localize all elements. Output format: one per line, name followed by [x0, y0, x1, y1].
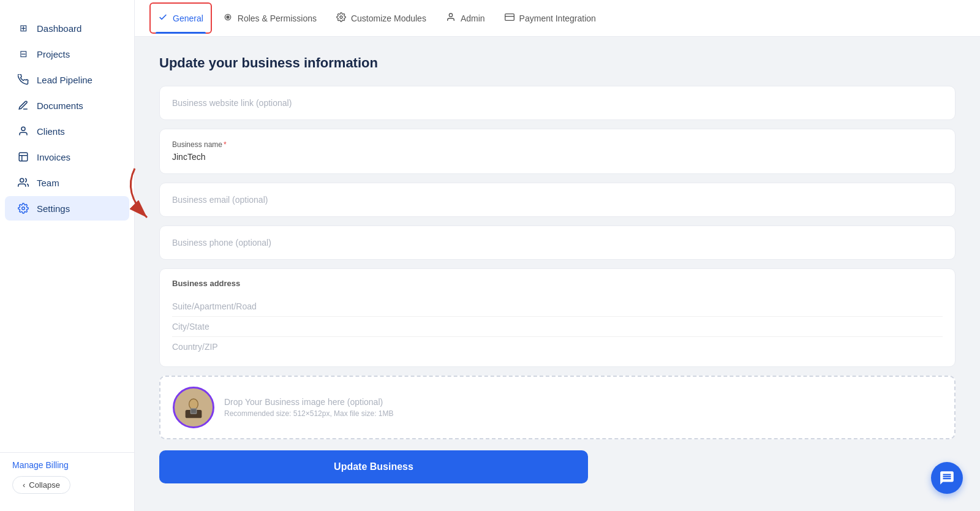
sidebar-item-label: Team — [37, 178, 59, 188]
sidebar: ⊞ Dashboard ⊟ Projects Lead Pipeline Doc… — [0, 0, 135, 511]
svg-point-7 — [340, 16, 342, 18]
phone-input[interactable] — [172, 238, 943, 248]
sidebar-item-label: Invoices — [37, 152, 70, 162]
projects-icon: ⊟ — [17, 48, 29, 60]
email-field — [159, 183, 956, 217]
city-input[interactable] — [172, 317, 943, 337]
general-tab-icon — [158, 12, 168, 24]
svg-rect-9 — [505, 14, 514, 21]
business-name-label: Business name* — [172, 140, 943, 149]
phone-field — [159, 225, 956, 260]
tab-label: General — [173, 13, 203, 23]
website-field — [159, 86, 956, 120]
sidebar-item-label: Settings — [37, 203, 70, 214]
team-icon — [17, 176, 29, 189]
main-content: General Roles & Permissions Customize Mo… — [135, 0, 980, 511]
tabs-bar: General Roles & Permissions Customize Mo… — [135, 0, 980, 37]
sidebar-nav: ⊞ Dashboard ⊟ Projects Lead Pipeline Doc… — [0, 10, 134, 452]
svg-point-0 — [21, 127, 25, 131]
tab-customize-modules[interactable]: Customize Modules — [328, 1, 435, 35]
manage-billing-link[interactable]: Manage Billing — [12, 460, 122, 470]
payment-tab-icon — [505, 12, 514, 24]
tab-payment-integration[interactable]: Payment Integration — [496, 1, 605, 35]
sidebar-item-label: Lead Pipeline — [37, 75, 92, 85]
svg-point-2 — [20, 178, 24, 182]
svg-point-12 — [189, 399, 197, 409]
tab-label: Roles & Permissions — [238, 13, 317, 23]
sidebar-item-settings[interactable]: Settings — [5, 196, 129, 221]
tab-label: Admin — [461, 13, 485, 23]
settings-content: Update your business information Busines… — [135, 37, 980, 511]
suite-input[interactable] — [172, 297, 943, 317]
country-input[interactable] — [172, 337, 943, 357]
upload-sub-text: Recommended size: 512×512px, Max file si… — [224, 409, 393, 418]
upload-main-text: Drop Your Business image here (optional) — [224, 397, 393, 407]
invoices-icon — [17, 151, 29, 163]
collapse-button[interactable]: ‹ Collapse — [12, 476, 70, 494]
sidebar-item-invoices[interactable]: Invoices — [5, 145, 129, 169]
svg-point-3 — [22, 207, 25, 210]
sidebar-item-label: Documents — [37, 100, 83, 111]
address-block: Business address — [159, 268, 956, 367]
admin-tab-icon — [446, 12, 456, 24]
address-label: Business address — [172, 279, 943, 288]
sidebar-item-clients[interactable]: Clients — [5, 119, 129, 143]
sidebar-item-label: Dashboard — [37, 23, 81, 34]
sidebar-item-projects[interactable]: ⊟ Projects — [5, 42, 129, 66]
collapse-label: Collapse — [29, 480, 60, 490]
lead-pipeline-icon — [17, 74, 29, 86]
upload-text: Drop Your Business image here (optional)… — [224, 397, 393, 418]
tab-label: Payment Integration — [519, 13, 596, 23]
roles-tab-icon — [223, 12, 233, 24]
tab-roles-permissions[interactable]: Roles & Permissions — [214, 1, 325, 35]
business-name-field: Business name* — [159, 129, 956, 174]
sidebar-item-documents[interactable]: Documents — [5, 93, 129, 118]
image-upload-area[interactable]: Drop Your Business image here (optional)… — [159, 376, 956, 439]
svg-point-4 — [227, 17, 228, 17]
website-input[interactable] — [172, 98, 943, 108]
svg-rect-1 — [19, 153, 28, 161]
email-input[interactable] — [172, 195, 943, 205]
tab-general[interactable]: General — [149, 2, 212, 34]
tab-admin[interactable]: Admin — [437, 1, 494, 35]
svg-point-8 — [449, 13, 452, 17]
sidebar-item-label: Projects — [37, 49, 70, 59]
sidebar-item-label: Clients — [37, 126, 65, 137]
clients-icon — [17, 125, 29, 137]
svg-rect-15 — [191, 409, 196, 414]
business-name-input[interactable] — [172, 152, 943, 162]
chevron-left-icon: ‹ — [23, 480, 25, 490]
image-preview — [173, 387, 214, 428]
update-business-button[interactable]: Update Business — [159, 450, 588, 483]
sidebar-bottom: Manage Billing ‹ Collapse — [0, 452, 134, 501]
sidebar-item-dashboard[interactable]: ⊞ Dashboard — [5, 16, 129, 40]
tab-label: Customize Modules — [351, 13, 426, 23]
customize-tab-icon — [336, 12, 346, 24]
dashboard-icon: ⊞ — [17, 22, 29, 34]
documents-icon — [17, 99, 29, 112]
page-title: Update your business information — [159, 55, 956, 71]
sidebar-item-team[interactable]: Team — [5, 170, 129, 195]
sidebar-item-lead-pipeline[interactable]: Lead Pipeline — [5, 67, 129, 92]
settings-icon — [17, 202, 29, 214]
chat-button[interactable] — [931, 462, 963, 494]
